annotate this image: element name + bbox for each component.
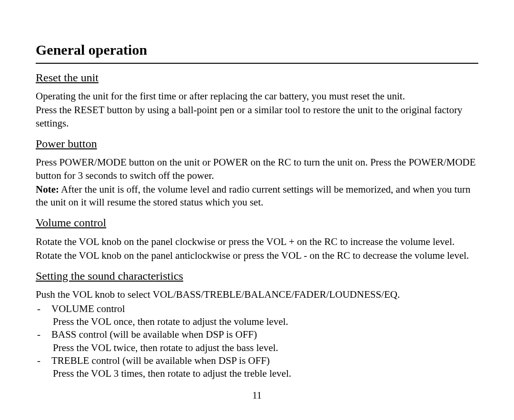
section-heading-reset: Reset the unit	[36, 70, 478, 85]
note-body: After the unit is off, the volume level …	[36, 184, 470, 208]
list-item-label: BASS control (will be available when DSP…	[51, 328, 478, 341]
title-rule	[36, 63, 478, 64]
list-item-detail: Press the VOL 3 times, then rotate to ad…	[36, 367, 478, 380]
section-body-reset: Operating the unit for the first time or…	[36, 90, 478, 130]
page-number: 11	[36, 389, 478, 402]
list-item-detail: Press the VOL twice, then rotate to adju…	[36, 342, 478, 354]
section-heading-sound: Setting the sound characteristics	[36, 269, 478, 283]
paragraph: Rotate the VOL knob on the panel anticlo…	[36, 249, 478, 262]
paragraph: Rotate the VOL knob on the panel clockwi…	[36, 235, 478, 248]
section-body-sound: Push the VOL knob to select VOL/BASS/TRE…	[36, 288, 478, 380]
paragraph: Press POWER/MODE button on the unit or P…	[36, 156, 478, 182]
page-title: General operation	[36, 40, 478, 59]
paragraph: Operating the unit for the first time or…	[36, 90, 478, 103]
sound-options-list: - VOLUME control Press the VOL once, the…	[36, 303, 478, 381]
bullet-dash: -	[36, 303, 51, 315]
bullet-dash: -	[36, 354, 51, 367]
list-item: - TREBLE control (will be available when…	[36, 354, 478, 367]
paragraph: Push the VOL knob to select VOL/BASS/TRE…	[36, 288, 478, 301]
manual-page: General operation Reset the unit Operati…	[0, 0, 514, 402]
section-body-volume: Rotate the VOL knob on the panel clockwi…	[36, 235, 478, 263]
list-item: - VOLUME control	[36, 303, 478, 315]
list-item-label: TREBLE control (will be available when D…	[51, 354, 478, 367]
section-heading-volume: Volume control	[36, 215, 478, 230]
bullet-dash: -	[36, 328, 51, 341]
paragraph: Press the RESET button by using a ball-p…	[36, 104, 478, 130]
note-label: Note:	[36, 184, 59, 195]
note-paragraph: Note: After the unit is off, the volume …	[36, 183, 478, 209]
list-item-label: VOLUME control	[51, 303, 478, 315]
list-item: - BASS control (will be available when D…	[36, 328, 478, 341]
list-item-detail: Press the VOL once, then rotate to adjus…	[36, 315, 478, 328]
section-body-power: Press POWER/MODE button on the unit or P…	[36, 156, 478, 209]
section-heading-power: Power button	[36, 137, 478, 151]
